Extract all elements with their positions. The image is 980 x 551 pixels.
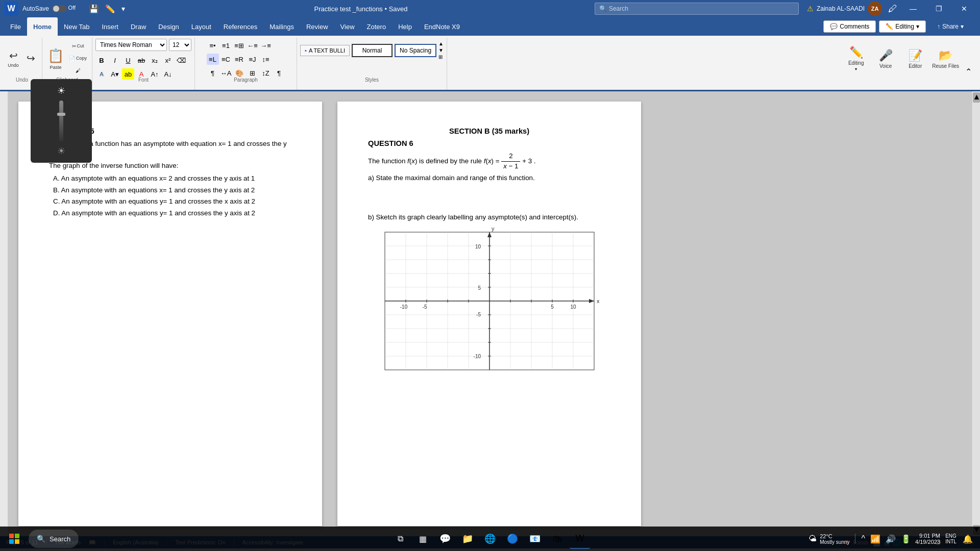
tab-mailings[interactable]: Mailings	[263, 17, 300, 36]
tab-layout[interactable]: Layout	[185, 17, 217, 36]
store-button[interactable]: 🛍	[547, 529, 568, 549]
style-no-spacing[interactable]: No Spacing	[395, 44, 436, 57]
redo-button[interactable]: ↪	[22, 42, 39, 75]
user-avatar[interactable]: ZA	[868, 2, 882, 16]
document-scroll-area[interactable]: QUESTION 5 The graph of a function has a…	[8, 91, 972, 536]
tab-references[interactable]: References	[217, 17, 263, 36]
dictate-button[interactable]: 🎤 Voice	[873, 49, 898, 79]
section-b-label: SECTION B (35 marks)	[368, 127, 610, 135]
chrome-button[interactable]: 🌐	[480, 529, 500, 549]
justify-button[interactable]: ≡J	[247, 54, 259, 65]
brightness-slider[interactable]	[59, 101, 63, 141]
mail-button[interactable]: 📧	[525, 529, 545, 549]
comments-button[interactable]: 💬 Comments	[823, 20, 876, 33]
copy-button[interactable]: 📄Copy	[67, 53, 89, 64]
cut-button[interactable]: ✂Cut	[67, 40, 89, 52]
notification-icon[interactable]: 🔔	[962, 533, 974, 545]
tab-zotero[interactable]: Zotero	[361, 17, 393, 36]
user-section[interactable]: ⚠ Zainab AL-SAADI ZA	[807, 2, 882, 16]
editing-mode-button[interactable]: ✏️ Editing ▾	[879, 20, 926, 33]
line-spacing-button[interactable]: ↕≡	[260, 54, 272, 65]
share-icon: ↑	[937, 23, 940, 30]
tab-endnote[interactable]: EndNote X9	[418, 17, 466, 36]
brightness-handle[interactable]	[57, 113, 65, 116]
numbered-list-button[interactable]: ≡1	[220, 40, 232, 51]
font-name-select[interactable]: Times New Roman	[95, 39, 167, 51]
save-icon[interactable]: 💾	[87, 3, 101, 15]
tab-draw[interactable]: Draw	[125, 17, 152, 36]
styles-scroll-down[interactable]: ▼	[438, 47, 444, 53]
tab-review[interactable]: Review	[300, 17, 334, 36]
minimize-button[interactable]: —	[901, 0, 925, 17]
word-taskbar-button[interactable]: W	[570, 529, 590, 549]
bullets-button[interactable]: ≡•	[207, 40, 219, 51]
font-size-select[interactable]: 12	[169, 39, 191, 51]
reuse-files-button[interactable]: 📂 Reuse Files	[932, 49, 959, 79]
start-button[interactable]	[4, 529, 24, 549]
share-button[interactable]: ↑ Share ▾	[929, 21, 972, 32]
scrollbar-up-arrow[interactable]: ▲	[973, 92, 980, 103]
explorer-button[interactable]: 📁	[457, 529, 478, 549]
search-placeholder: Search	[609, 5, 628, 12]
ribbon-collapse-button[interactable]: ⌃	[963, 65, 974, 79]
taskbar-center-icons: ⧉ ▦ 💬 📁 🌐 🔵 📧 🛍 W	[390, 529, 590, 549]
clear-format-button[interactable]: ⌫	[175, 55, 187, 66]
underline-button[interactable]: U	[122, 55, 134, 66]
tab-help[interactable]: Help	[392, 17, 418, 36]
format-painter-button[interactable]: 🖌	[67, 65, 89, 76]
volume-icon[interactable]: 🔊	[885, 533, 897, 545]
right-scrollbar[interactable]: ▲ ▼	[972, 91, 980, 536]
autosave-toggle[interactable]: AutoSave Off	[22, 5, 66, 12]
pen-icon[interactable]: 🖊	[888, 4, 897, 14]
style-bullet[interactable]: • A TEXT BULLI	[300, 45, 350, 56]
edge-button[interactable]: 🔵	[502, 529, 523, 549]
taskview-button[interactable]: ⧉	[390, 529, 410, 549]
increase-indent-button[interactable]: →≡	[260, 40, 272, 51]
subscript-button[interactable]: x₂	[149, 55, 161, 66]
undo-draw-icon[interactable]: ✏️	[103, 3, 117, 15]
chevron-tray-icon[interactable]: ^	[861, 533, 867, 544]
dictate-icon: 🎤	[879, 49, 893, 62]
tab-newtab[interactable]: New Tab	[58, 17, 95, 36]
comments-label: Comments	[840, 23, 869, 30]
widgets-button[interactable]: ▦	[412, 529, 433, 549]
taskbar-search-label: Search	[50, 535, 70, 543]
battery-icon[interactable]: 🔋	[900, 533, 912, 545]
document-page-left: QUESTION 5 The graph of a function has a…	[18, 102, 322, 526]
language-indicator[interactable]: ENG INTL	[943, 533, 959, 544]
taskbar-search[interactable]: 🔍 Search	[29, 530, 79, 548]
ribbon-group-font: Times New Roman 12 B I U ab x₂ x² ⌫ A	[92, 38, 195, 90]
close-button[interactable]: ✕	[952, 0, 976, 17]
editor-button[interactable]: 📝 Editor	[902, 49, 928, 79]
format-painter-icon: 🖌	[76, 68, 81, 73]
undo-button[interactable]: ↩ Undo	[5, 42, 21, 75]
strikethrough-button[interactable]: ab	[135, 55, 148, 66]
italic-button[interactable]: I	[109, 55, 121, 66]
tab-file[interactable]: File	[4, 17, 27, 36]
superscript-button[interactable]: x²	[162, 55, 174, 66]
bold-button[interactable]: B	[95, 55, 108, 66]
undo-label: Undo	[8, 63, 19, 68]
styles-scroll-up[interactable]: ▲	[438, 41, 444, 46]
paste-button[interactable]: 📋 Paste	[45, 42, 66, 75]
decrease-indent-button[interactable]: ←≡	[247, 40, 259, 51]
align-center-button[interactable]: ≡C	[220, 54, 232, 65]
tab-design[interactable]: Design	[152, 17, 185, 36]
titlebar-search[interactable]: 🔍 Search	[595, 3, 799, 15]
editing-inline-button[interactable]: ✏️ Editing ▾	[843, 46, 869, 82]
network-icon[interactable]: 📶	[869, 533, 881, 545]
tab-view[interactable]: View	[334, 17, 361, 36]
styles-expand[interactable]: ⊞	[438, 54, 444, 60]
style-normal[interactable]: Normal	[352, 44, 393, 57]
customize-icon[interactable]: ▾	[119, 4, 127, 14]
clock[interactable]: 9:01 PM 4/19/2023	[915, 533, 940, 545]
tab-insert[interactable]: Insert	[95, 17, 125, 36]
align-right-button[interactable]: ≡R	[233, 54, 246, 65]
restore-button[interactable]: ❐	[927, 0, 950, 17]
multilevel-list-button[interactable]: ≡⊞	[233, 40, 246, 51]
teams-button[interactable]: 💬	[435, 529, 455, 549]
align-left-button[interactable]: ≡L	[207, 54, 219, 65]
tab-home[interactable]: Home	[27, 17, 58, 36]
ribbon-group-styles: • A TEXT BULLI Normal No Spacing ▲ ▼ ⊞ S…	[297, 38, 447, 90]
autosave-switch[interactable]: Off	[52, 5, 66, 12]
